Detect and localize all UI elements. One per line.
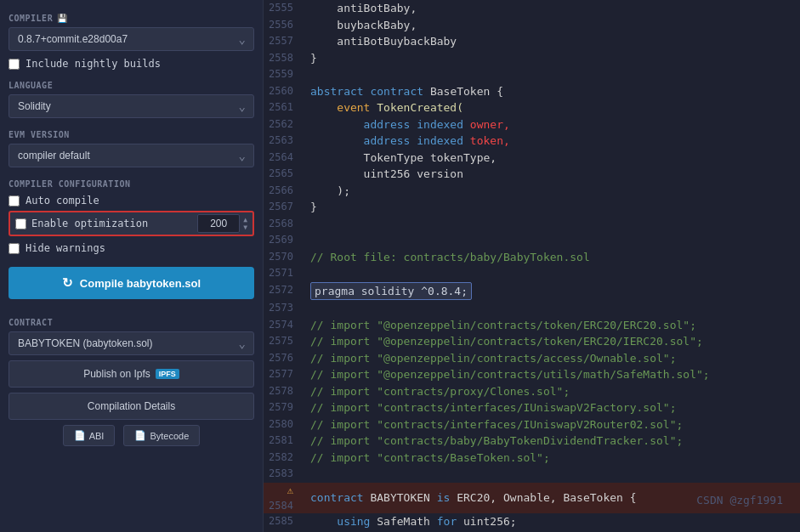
line-number: 2557 <box>264 33 302 50</box>
language-select-wrapper: Solidity <box>9 94 254 118</box>
code-area[interactable]: 2555 antiBotBaby,2556 buybackBaby,2557 a… <box>264 0 800 532</box>
line-number: 2562 <box>264 116 302 133</box>
save-icon: 💾 <box>57 14 68 23</box>
line-content: // Root file: contracts/baby/BabyToken.s… <box>302 249 800 266</box>
line-content: // import "contracts/baby/BabyTokenDivid… <box>302 433 800 450</box>
line-content <box>302 300 800 317</box>
hide-warnings-checkbox[interactable] <box>9 243 20 254</box>
table-row: 2556 buybackBaby, <box>264 17 800 34</box>
language-select[interactable]: Solidity <box>9 94 254 118</box>
line-content: // import "@openzeppelin/contracts/utils… <box>302 366 800 383</box>
line-number: 2579 <box>264 399 302 416</box>
pragma-highlight: pragma solidity ^0.8.4; <box>310 282 472 301</box>
line-number: 2575 <box>264 333 302 350</box>
table-row: 2558} <box>264 50 800 67</box>
line-number: 2580 <box>264 416 302 433</box>
compilation-details-button[interactable]: Compilation Details <box>9 393 254 420</box>
line-number: 2566 <box>264 183 302 200</box>
line-content: // import "@openzeppelin/contracts/token… <box>302 333 800 350</box>
optimization-stepper[interactable]: ▲ ▼ <box>243 217 247 231</box>
line-number: 2574 <box>264 317 302 334</box>
line-number: 2573 <box>264 300 302 317</box>
line-content: // import "contracts/proxy/Clones.sol"; <box>302 383 800 400</box>
line-content: // import "contracts/interfaces/IUniswap… <box>302 399 800 416</box>
include-nightly-checkbox[interactable] <box>9 59 20 70</box>
compiler-section-label: COMPILER 💾 <box>9 14 254 23</box>
table-row: 2572pragma solidity ^0.8.4; <box>264 282 800 301</box>
line-content <box>302 232 800 249</box>
table-row: 2581// import "contracts/baby/BabyTokenD… <box>264 433 800 450</box>
line-content: buybackBaby, <box>302 17 800 34</box>
table-row: 2578// import "contracts/proxy/Clones.so… <box>264 383 800 400</box>
table-row: 2582// import "contracts/BaseToken.sol"; <box>264 450 800 467</box>
line-number: 2564 <box>264 150 302 167</box>
enable-optimization-checkbox[interactable] <box>15 218 26 229</box>
contract-select-wrapper: BABYTOKEN (babytoken.sol) <box>9 331 254 355</box>
code-editor-panel: 2555 antiBotBaby,2556 buybackBaby,2557 a… <box>264 0 800 532</box>
table-row: 2564 TokenType tokenType, <box>264 150 800 167</box>
warning-icon: ⚠ <box>287 484 293 496</box>
line-number: 2582 <box>264 450 302 467</box>
bytecode-button[interactable]: 📄 Bytecode <box>123 425 200 446</box>
evm-select-wrapper: compiler default <box>9 144 254 167</box>
line-content: // import "@openzeppelin/contracts/acces… <box>302 350 800 367</box>
evm-section-label: EVM VERSION <box>9 130 254 139</box>
line-number: 2563 <box>264 133 302 150</box>
line-content: TokenType tokenType, <box>302 150 800 167</box>
table-row: 2565 uint256 version <box>264 166 800 183</box>
compilation-details-label: Compilation Details <box>88 400 175 412</box>
table-row: 2566 ); <box>264 183 800 200</box>
compile-button[interactable]: ↻ Compile babytoken.sol <box>9 267 254 299</box>
compiler-version-wrapper: 0.8.7+commit.e28d00a7 <box>9 27 254 51</box>
bytecode-icon: 📄 <box>134 430 146 441</box>
table-row: 2557 antiBotBuybackBaby <box>264 33 800 50</box>
language-section-label: LANGUAGE <box>9 81 254 90</box>
compiler-label: COMPILER <box>9 14 53 23</box>
line-content: // import "contracts/interfaces/IUniswap… <box>302 416 800 433</box>
compiler-version-select[interactable]: 0.8.7+commit.e28d00a7 <box>9 27 254 51</box>
line-number: 2583 <box>264 466 302 483</box>
bottom-links-row: 📄 ABI 📄 Bytecode <box>9 425 254 446</box>
line-number: 2572 <box>264 282 302 301</box>
line-number: 2568 <box>264 216 302 233</box>
left-panel: COMPILER 💾 0.8.7+commit.e28d00a7 Include… <box>0 0 264 532</box>
line-number: 2560 <box>264 83 302 100</box>
line-content: ); <box>302 183 800 200</box>
abi-icon: 📄 <box>74 430 86 441</box>
optimization-down-arrow[interactable]: ▼ <box>243 224 247 231</box>
evm-version-select[interactable]: compiler default <box>9 144 254 167</box>
table-row: 2569 <box>264 232 800 249</box>
auto-compile-label: Auto compile <box>26 195 99 207</box>
abi-label: ABI <box>89 431 105 441</box>
line-number: 2570 <box>264 249 302 266</box>
table-row: 2571 <box>264 265 800 282</box>
line-content: event TokenCreated( <box>302 99 800 116</box>
optimization-value-input[interactable] <box>197 214 240 233</box>
line-number: 2578 <box>264 383 302 400</box>
table-row: 2559 <box>264 66 800 83</box>
optimization-up-arrow[interactable]: ▲ <box>243 217 247 224</box>
contract-select[interactable]: BABYTOKEN (babytoken.sol) <box>9 331 254 355</box>
compiler-config-label: COMPILER CONFIGURATION <box>9 179 130 189</box>
watermark: CSDN @zgf1991 <box>696 494 783 507</box>
include-nightly-label: Include nightly builds <box>26 58 161 70</box>
publish-ipfs-label: Publish on Ipfs <box>83 368 150 380</box>
abi-button[interactable]: 📄 ABI <box>63 425 116 446</box>
table-row: 2561 event TokenCreated( <box>264 99 800 116</box>
contract-section-label: CONTRACT <box>9 318 254 327</box>
table-row: 2562 address indexed owner, <box>264 116 800 133</box>
line-number: 2577 <box>264 366 302 383</box>
bytecode-label: Bytecode <box>150 431 189 441</box>
publish-ipfs-button[interactable]: Publish on Ipfs IPFS <box>9 360 254 388</box>
line-content: } <box>302 199 800 216</box>
line-number: 2576 <box>264 350 302 367</box>
table-row: 2577// import "@openzeppelin/contracts/u… <box>264 366 800 383</box>
compile-button-label: Compile babytoken.sol <box>80 277 201 290</box>
line-content <box>302 66 800 83</box>
table-row: 2567} <box>264 199 800 216</box>
table-row: 2585 using SafeMath for uint256; <box>264 513 800 530</box>
auto-compile-checkbox[interactable] <box>9 195 20 207</box>
line-number: 2561 <box>264 99 302 116</box>
table-row: 2574// import "@openzeppelin/contracts/t… <box>264 317 800 334</box>
ipfs-badge: IPFS <box>156 369 179 379</box>
